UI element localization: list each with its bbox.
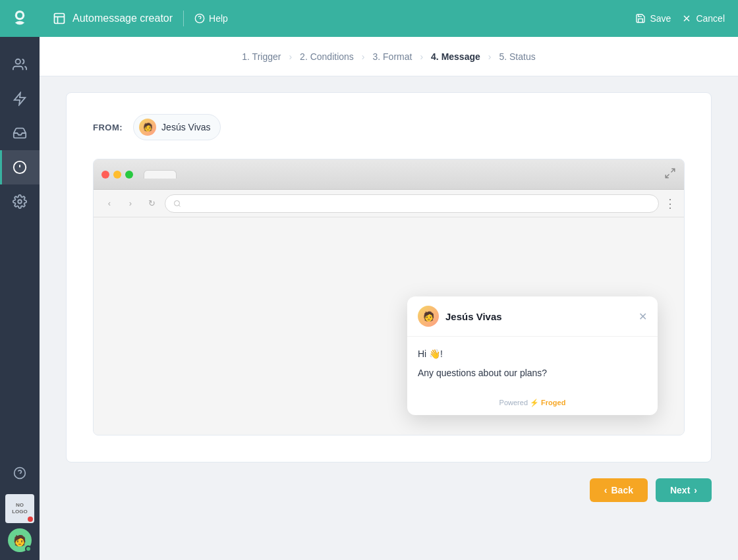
sidebar-item-bolt[interactable] bbox=[0, 82, 40, 116]
back-button[interactable]: ‹ Back bbox=[590, 478, 648, 502]
back-label: Back bbox=[611, 485, 633, 495]
chat-widget: 🧑 Jesús Vivas ✕ Hi 👋! Any questions abou… bbox=[407, 296, 658, 415]
step-trigger[interactable]: 1. Trigger bbox=[237, 51, 286, 62]
browser-address-bar[interactable] bbox=[165, 194, 659, 213]
chat-agent-avatar: 🧑 bbox=[418, 306, 439, 327]
chevron-2: › bbox=[362, 51, 365, 62]
browser-tab[interactable] bbox=[144, 170, 177, 179]
topbar: Automessage creator Help Save bbox=[40, 0, 738, 37]
chat-agent-name: Jesús Vivas bbox=[445, 311, 639, 322]
chat-body: Hi 👋! Any questions about our plans? bbox=[407, 337, 658, 393]
browser-dot-yellow[interactable] bbox=[113, 171, 121, 179]
sidebar-user-avatar[interactable]: 🧑 bbox=[8, 528, 32, 552]
next-label: Next bbox=[670, 485, 690, 495]
sidebar-item-users[interactable] bbox=[0, 47, 40, 82]
help-label: Help bbox=[209, 13, 228, 24]
svg-point-2 bbox=[16, 59, 20, 64]
browser-refresh-button[interactable]: ↻ bbox=[144, 196, 159, 211]
from-agent-selector[interactable]: 🧑 Jesús Vivas bbox=[133, 114, 220, 140]
app-title: Automessage creator bbox=[72, 13, 173, 24]
chevron-4: › bbox=[488, 51, 492, 62]
save-button[interactable]: Save bbox=[635, 13, 671, 24]
sidebar: NOLOGO 🧑 bbox=[0, 0, 40, 560]
sidebar-help-icon[interactable] bbox=[0, 457, 40, 489]
chat-close-button[interactable]: ✕ bbox=[639, 310, 647, 323]
svg-point-7 bbox=[18, 200, 22, 204]
sidebar-bottom: NOLOGO 🧑 bbox=[0, 457, 40, 560]
back-chevron: ‹ bbox=[604, 485, 608, 495]
svg-point-19 bbox=[175, 200, 180, 206]
svg-point-1 bbox=[17, 13, 22, 18]
browser-chrome bbox=[94, 159, 684, 190]
browser-mockup: ‹ › ↻ ⋮ 🧑 bbox=[93, 159, 685, 435]
sidebar-item-settings[interactable] bbox=[0, 184, 40, 219]
chat-footer: Powered ⚡ Froged bbox=[407, 393, 658, 415]
from-agent-avatar: 🧑 bbox=[139, 119, 156, 136]
page-body: FROM: 🧑 Jesús Vivas bbox=[40, 76, 738, 560]
browser-dot-red[interactable] bbox=[101, 171, 109, 179]
browser-expand-icon[interactable] bbox=[664, 167, 676, 182]
topbar-actions: Save Cancel bbox=[635, 13, 725, 24]
main-content: Automessage creator Help Save bbox=[40, 0, 738, 560]
chat-powered-by: Powered ⚡ Froged bbox=[418, 399, 647, 407]
footer-actions: ‹ Back Next › bbox=[66, 478, 712, 513]
topbar-title: Automessage creator bbox=[53, 12, 173, 25]
steps-navigation: 1. Trigger › 2. Conditions › 3. Format ›… bbox=[40, 37, 738, 76]
svg-line-20 bbox=[179, 205, 180, 206]
save-label: Save bbox=[650, 13, 671, 24]
step-message[interactable]: 4. Message bbox=[426, 51, 486, 62]
sidebar-item-automessage[interactable] bbox=[0, 150, 40, 184]
svg-line-18 bbox=[666, 174, 669, 177]
chat-header: 🧑 Jesús Vivas ✕ bbox=[407, 296, 658, 337]
chat-message-line1: Hi 👋! bbox=[418, 347, 647, 361]
browser-menu-icon[interactable]: ⋮ bbox=[664, 196, 676, 211]
browser-toolbar: ‹ › ↻ ⋮ bbox=[94, 190, 684, 217]
sidebar-logo[interactable] bbox=[0, 0, 40, 37]
browser-back-button[interactable]: ‹ bbox=[101, 196, 117, 211]
step-format[interactable]: 3. Format bbox=[367, 51, 417, 62]
chevron-3: › bbox=[420, 51, 423, 62]
topbar-help-button[interactable]: Help bbox=[194, 13, 228, 24]
chevron-1: › bbox=[289, 51, 292, 62]
cancel-button[interactable]: Cancel bbox=[681, 13, 725, 24]
svg-marker-3 bbox=[14, 93, 26, 105]
step-conditions[interactable]: 2. Conditions bbox=[295, 51, 359, 62]
browser-forward-button[interactable]: › bbox=[123, 196, 138, 211]
sidebar-brand-logo[interactable]: NOLOGO bbox=[5, 494, 34, 523]
sidebar-item-inbox[interactable] bbox=[0, 116, 40, 150]
message-card: FROM: 🧑 Jesús Vivas bbox=[66, 92, 712, 462]
svg-rect-10 bbox=[55, 14, 65, 24]
next-chevron: › bbox=[694, 485, 697, 495]
browser-dots bbox=[101, 171, 133, 179]
from-label: FROM: bbox=[93, 123, 123, 132]
sidebar-navigation bbox=[0, 37, 40, 457]
browser-body: 🧑 Jesús Vivas ✕ Hi 👋! Any questions abou… bbox=[94, 217, 684, 435]
browser-dot-green[interactable] bbox=[125, 171, 133, 179]
svg-line-17 bbox=[671, 169, 675, 172]
chat-message-line2: Any questions about our plans? bbox=[418, 366, 647, 380]
from-agent-name: Jesús Vivas bbox=[161, 122, 210, 132]
step-status[interactable]: 5. Status bbox=[494, 51, 540, 62]
topbar-divider bbox=[183, 11, 184, 26]
from-row: FROM: 🧑 Jesús Vivas bbox=[93, 114, 685, 140]
next-button[interactable]: Next › bbox=[656, 478, 712, 502]
cancel-label: Cancel bbox=[696, 13, 725, 24]
